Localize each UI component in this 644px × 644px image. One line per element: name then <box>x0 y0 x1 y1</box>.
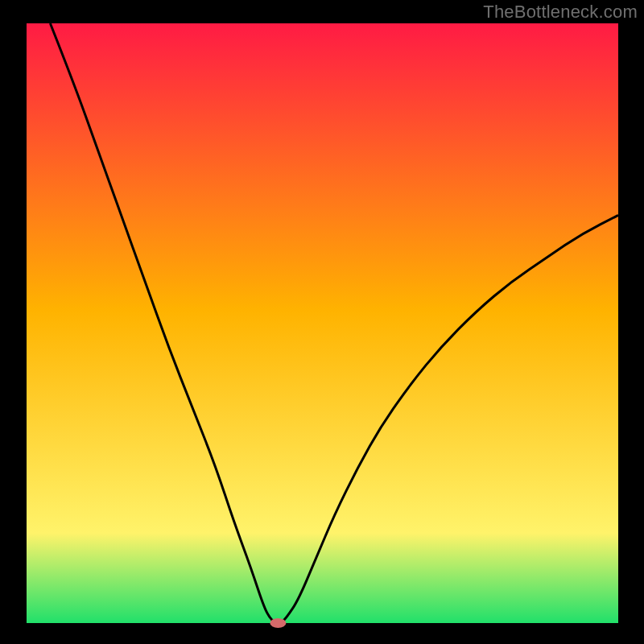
plot-area <box>27 23 618 623</box>
watermark-text: TheBottleneck.com <box>483 2 638 23</box>
bottleneck-chart <box>0 0 644 644</box>
optimal-point-marker <box>270 618 286 628</box>
